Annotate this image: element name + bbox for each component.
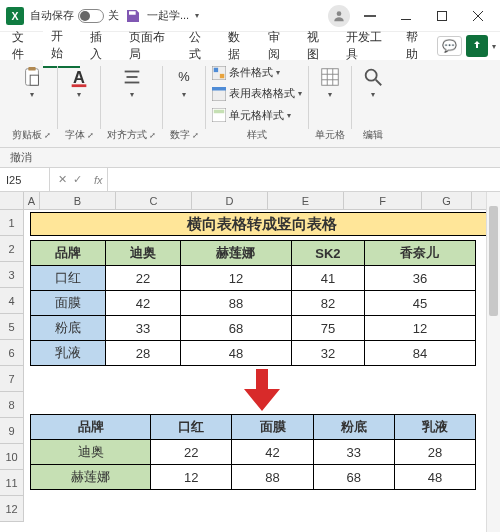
excel-icon: X: [6, 7, 24, 25]
title-cell[interactable]: 横向表格转成竖向表格: [30, 212, 494, 236]
svg-point-29: [366, 70, 377, 81]
svg-rect-12: [72, 84, 87, 87]
group-editing: ▾ 编辑: [352, 62, 394, 147]
doc-name: 一起学...: [147, 8, 189, 23]
align-button[interactable]: ▾: [117, 64, 147, 101]
fx-label: fx: [90, 174, 107, 186]
tab-help[interactable]: 帮助: [398, 25, 435, 67]
arrow-down-icon: [28, 369, 496, 411]
svg-rect-4: [401, 19, 411, 20]
group-align: ▾ 对齐方式⤢: [101, 62, 162, 147]
vertical-scrollbar[interactable]: [486, 192, 500, 532]
tab-formulas[interactable]: 公式: [181, 25, 218, 67]
svg-rect-21: [212, 87, 226, 91]
chevron-down-icon[interactable]: ▾: [492, 42, 496, 51]
select-all[interactable]: [0, 192, 24, 210]
table-format-button[interactable]: 表用表格格式▾: [212, 85, 302, 102]
number-button[interactable]: % ▾: [169, 64, 199, 101]
group-clipboard: ▾ 剪贴板⤢: [6, 62, 57, 147]
comments-button[interactable]: 💬: [437, 36, 462, 56]
svg-rect-18: [214, 67, 218, 71]
cell-style-button[interactable]: 单元格样式▾: [212, 107, 291, 124]
toggle-off-icon: [78, 9, 104, 23]
tab-insert[interactable]: 插入: [82, 25, 119, 67]
cond-format-button[interactable]: 条件格式▾: [212, 64, 280, 81]
table-horizontal[interactable]: 品牌迪奥赫莲娜SK2香奈儿 口红22124136 面膜42888245 粉底33…: [30, 240, 476, 366]
svg-text:%: %: [178, 69, 189, 84]
group-cells: ▾ 单元格: [309, 62, 351, 147]
group-number: % ▾ 数字⤢: [163, 62, 205, 147]
svg-text:X: X: [11, 9, 18, 21]
svg-rect-19: [220, 73, 224, 77]
confirm-icon[interactable]: ✓: [73, 173, 82, 186]
svg-rect-23: [214, 110, 225, 114]
user-avatar[interactable]: [328, 5, 350, 27]
tab-file[interactable]: 文件: [4, 25, 41, 67]
chevron-down-icon[interactable]: ▾: [195, 11, 199, 20]
svg-rect-9: [28, 67, 35, 71]
svg-rect-24: [322, 69, 339, 86]
svg-rect-3: [364, 15, 376, 17]
formula-input[interactable]: [107, 168, 500, 191]
svg-text:A: A: [73, 68, 85, 86]
svg-point-2: [337, 11, 342, 16]
cells-button[interactable]: ▾: [315, 64, 345, 101]
share-button[interactable]: [466, 35, 488, 57]
tab-layout[interactable]: 页面布局: [121, 25, 179, 67]
tab-developer[interactable]: 开发工具: [338, 25, 396, 67]
close-button[interactable]: [462, 2, 494, 30]
svg-line-30: [376, 80, 382, 86]
font-button[interactable]: A ▾: [64, 64, 94, 101]
editing-button[interactable]: ▾: [358, 64, 388, 101]
tab-data[interactable]: 数据: [220, 25, 257, 67]
table-vertical[interactable]: 品牌口红面膜粉底乳液 迪奥22423328 赫莲娜12886848: [30, 414, 476, 490]
row-headers[interactable]: 123456789101112: [0, 210, 24, 522]
tab-view[interactable]: 视图: [299, 25, 336, 67]
group-font: A ▾ 字体⤢: [58, 62, 100, 147]
tab-review[interactable]: 审阅: [260, 25, 297, 67]
save-icon[interactable]: [125, 8, 141, 24]
name-box[interactable]: I25: [0, 168, 50, 191]
svg-rect-5: [438, 11, 447, 20]
cancel-icon[interactable]: ✕: [58, 173, 67, 186]
paste-button[interactable]: ▾: [17, 64, 47, 101]
svg-rect-10: [30, 75, 38, 85]
undo-label[interactable]: 撤消: [10, 150, 32, 165]
group-styles: 条件格式▾ 表用表格格式▾ 单元格样式▾ 样式: [206, 62, 308, 147]
autosave-toggle[interactable]: 自动保存 关: [30, 8, 119, 23]
column-headers[interactable]: ABCDEFG: [24, 192, 500, 210]
